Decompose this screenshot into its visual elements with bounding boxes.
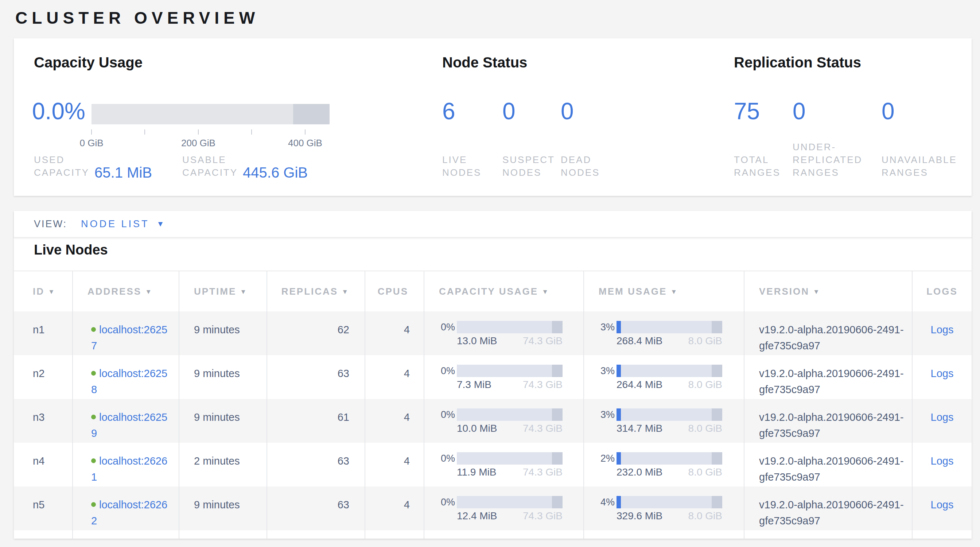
meter-used-value: 232.0 MiB bbox=[617, 467, 662, 478]
table-partial-row bbox=[14, 530, 972, 539]
cell-cpus: 4 bbox=[365, 443, 425, 487]
used-capacity-label: USED CAPACITY bbox=[34, 154, 89, 179]
table-header-cell-address[interactable]: ADDRESS▼ bbox=[73, 271, 180, 312]
meter-bar bbox=[457, 365, 563, 377]
meter-bar bbox=[617, 452, 722, 464]
meter-percent: 0% bbox=[441, 409, 455, 421]
chevron-down-icon: ▼ bbox=[157, 219, 164, 228]
partial-row-cell bbox=[365, 530, 425, 539]
view-label: VIEW: bbox=[34, 218, 67, 230]
meter-bar bbox=[457, 452, 563, 464]
page-title: CLUSTER OVERVIEW bbox=[15, 8, 259, 28]
meter-endcap bbox=[712, 452, 722, 464]
table-header-cell-replicas[interactable]: REPLICAS▼ bbox=[267, 271, 365, 312]
logs-link[interactable]: Logs bbox=[931, 411, 954, 423]
column-label: VERSION bbox=[759, 286, 810, 297]
meter-used-value: 7.3 MiB bbox=[457, 379, 492, 390]
table-row: n4localhost:262612 minutes6340%11.9 MiB7… bbox=[14, 443, 972, 487]
view-bar: VIEW: NODE LIST ▼ bbox=[14, 211, 972, 238]
meter-endcap bbox=[712, 321, 722, 333]
cell-uptime: 9 minutes bbox=[180, 312, 267, 355]
table-header-cell-cpus: CPUS bbox=[365, 271, 425, 312]
cell-cpus: 4 bbox=[365, 487, 425, 530]
meter-bar bbox=[457, 321, 563, 333]
meter-percent: 0% bbox=[441, 496, 455, 508]
table-header-cell-capacity[interactable]: CAPACITY USAGE▼ bbox=[425, 271, 584, 312]
meter-used-value: 10.0 MiB bbox=[457, 423, 497, 434]
capacity-usage-bar bbox=[92, 104, 329, 124]
live-nodes-section-title: Live Nodes bbox=[34, 242, 108, 258]
node-address-link[interactable]: localhost:26258 bbox=[91, 367, 167, 395]
usable-capacity-label: USABLE CAPACITY bbox=[182, 154, 238, 179]
meter-used-value: 11.9 MiB bbox=[457, 467, 496, 478]
node-address-link[interactable]: localhost:26262 bbox=[91, 499, 167, 526]
table-header-cell-memory[interactable]: MEM USAGE▼ bbox=[584, 271, 745, 312]
unavailable-ranges-label: UNAVAILABLE RANGES bbox=[881, 154, 957, 179]
logs-link[interactable]: Logs bbox=[931, 499, 954, 510]
table-header-cell-uptime[interactable]: UPTIME▼ bbox=[180, 271, 267, 312]
sort-desc-icon: ▼ bbox=[48, 288, 56, 296]
cell-logs: Logs bbox=[913, 355, 972, 399]
meter-max-value: 8.0 GiB bbox=[688, 467, 722, 478]
meter-used-value: 329.6 MiB bbox=[617, 510, 662, 522]
cell-cpus: 4 bbox=[365, 399, 425, 443]
cell-logs: Logs bbox=[913, 443, 972, 487]
logs-link[interactable]: Logs bbox=[931, 324, 954, 336]
table-header-cell-version[interactable]: VERSION▼ bbox=[745, 271, 913, 312]
cell-node-id: n1 bbox=[14, 312, 73, 355]
meter-percent: 0% bbox=[441, 365, 455, 377]
axis-tick bbox=[145, 129, 145, 135]
used-capacity-value: 65.1 MiB bbox=[94, 165, 152, 180]
node-address-link[interactable]: localhost:26259 bbox=[91, 411, 167, 439]
dead-nodes-label: DEAD NODES bbox=[561, 154, 600, 179]
meter-used-value: 13.0 MiB bbox=[457, 336, 497, 347]
total-ranges-label: TOTAL RANGES bbox=[734, 154, 781, 179]
nodes-table-card: VIEW: NODE LIST ▼ Live Nodes ID▼ADDRESS▼… bbox=[14, 211, 972, 539]
axis-tick bbox=[251, 129, 252, 135]
cell-node-id: n5 bbox=[14, 487, 73, 530]
meter-percent: 3% bbox=[600, 321, 615, 333]
cell-node-address: localhost:26257 bbox=[73, 312, 180, 355]
meter-used-value: 268.4 MiB bbox=[617, 336, 662, 347]
node-address-link[interactable]: localhost:26261 bbox=[91, 455, 167, 483]
meter-percent: 2% bbox=[600, 452, 615, 464]
cell-uptime: 9 minutes bbox=[180, 399, 267, 443]
column-label: UPTIME bbox=[194, 286, 236, 297]
node-address-link[interactable]: localhost:26257 bbox=[91, 324, 167, 351]
meter-bar bbox=[617, 321, 722, 333]
partial-row-cell bbox=[425, 530, 584, 539]
axis-tick bbox=[91, 129, 92, 135]
meter-max-value: 8.0 GiB bbox=[688, 510, 722, 522]
logs-link[interactable]: Logs bbox=[931, 367, 954, 379]
cell-logs: Logs bbox=[913, 312, 972, 355]
partial-row-cell bbox=[584, 530, 745, 539]
cell-cpus: 4 bbox=[365, 312, 425, 355]
column-label: CAPACITY USAGE bbox=[439, 286, 538, 297]
column-label: REPLICAS bbox=[282, 286, 338, 297]
view-dropdown[interactable]: NODE LIST ▼ bbox=[81, 218, 164, 230]
cluster-summary-card: Capacity Usage 0.0% 0 GiB 200 GiB 400 Gi… bbox=[14, 38, 972, 196]
meter-max-value: 74.3 GiB bbox=[523, 336, 563, 347]
mem-usage-meter: 4%329.6 MiB8.0 GiB bbox=[584, 487, 745, 530]
sort-desc-icon: ▼ bbox=[145, 288, 153, 296]
column-label: ADDRESS bbox=[88, 286, 142, 297]
meter-max-value: 74.3 GiB bbox=[523, 423, 563, 434]
logs-link[interactable]: Logs bbox=[931, 455, 954, 467]
meter-bar bbox=[457, 496, 563, 508]
cluster-overview-page: CLUSTER OVERVIEW Capacity Usage 0.0% 0 G… bbox=[0, 0, 980, 547]
total-ranges-count: 75 bbox=[734, 100, 760, 123]
capacity-bar-endcap bbox=[293, 104, 329, 124]
cell-node-id: n2 bbox=[14, 355, 73, 399]
meter-endcap bbox=[552, 321, 563, 333]
capacity-usage-meter: 0%12.4 MiB74.3 GiB bbox=[425, 487, 584, 530]
partial-row-cell bbox=[745, 530, 913, 539]
meter-bar bbox=[617, 409, 722, 421]
live-nodes-label: LIVE NODES bbox=[442, 154, 481, 179]
table-header-cell-id[interactable]: ID▼ bbox=[14, 271, 73, 312]
partial-row-cell bbox=[14, 530, 73, 539]
suspect-nodes-count: 0 bbox=[503, 100, 515, 123]
node-live-status-icon bbox=[91, 415, 96, 419]
cell-replicas: 63 bbox=[267, 487, 365, 530]
axis-tick bbox=[305, 129, 305, 135]
table-row: n1localhost:262579 minutes6240%13.0 MiB7… bbox=[14, 312, 972, 355]
